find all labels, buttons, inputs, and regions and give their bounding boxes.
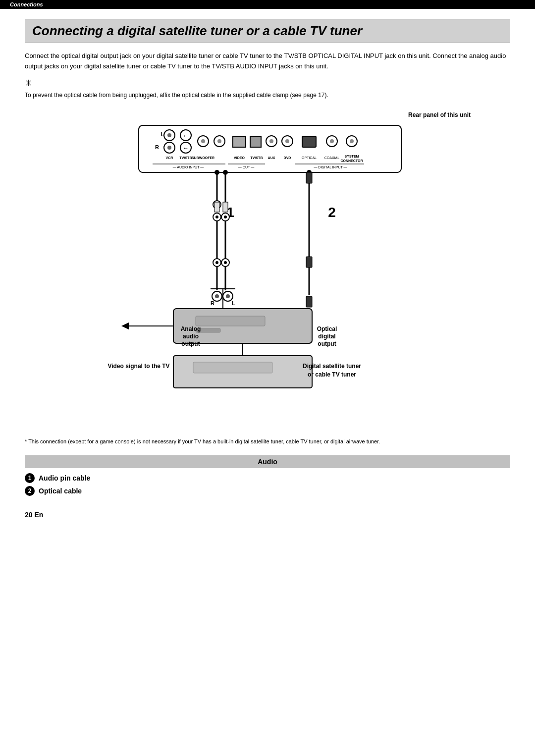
svg-text:Optical: Optical xyxy=(317,325,337,332)
tip-icon: ✳ xyxy=(25,78,510,89)
audio-section-header: Audio xyxy=(25,455,510,468)
svg-text:AUX: AUX xyxy=(268,156,275,160)
intro-paragraph: Connect the optical digital output jack … xyxy=(25,51,510,72)
svg-text:— OUT —: — OUT — xyxy=(238,165,255,169)
svg-text:Video signal to the TV: Video signal to the TV xyxy=(107,363,169,370)
svg-rect-54 xyxy=(223,202,228,212)
svg-text:TV/STB: TV/STB xyxy=(251,156,263,160)
svg-text:←: ← xyxy=(183,145,189,152)
page-title: Connecting a digital satellite tuner or … xyxy=(25,19,510,43)
svg-rect-21 xyxy=(302,136,316,147)
svg-text:output: output xyxy=(181,340,200,347)
svg-text:output: output xyxy=(318,340,336,347)
svg-text:2: 2 xyxy=(328,205,336,220)
svg-text:— DIGITAL INPUT —: — DIGITAL INPUT — xyxy=(314,165,347,169)
svg-text:SYSTEM: SYSTEM xyxy=(345,155,359,158)
svg-text:VIDEO: VIDEO xyxy=(234,156,245,160)
cable-item-1: 1 Audio pin cable xyxy=(25,473,510,483)
svg-text:R: R xyxy=(211,300,214,306)
cable-number-2: 2 xyxy=(25,486,35,496)
svg-point-23 xyxy=(330,139,334,143)
svg-text:L: L xyxy=(232,300,235,306)
svg-rect-91 xyxy=(193,362,272,373)
svg-point-51 xyxy=(215,216,218,218)
rear-panel-label: Rear panel of this unit xyxy=(408,111,471,118)
svg-point-3 xyxy=(167,133,171,137)
svg-text:or cable TV tuner: or cable TV tuner xyxy=(308,371,356,378)
svg-rect-66 xyxy=(306,257,312,268)
cable-list: 1 Audio pin cable 2 Optical cable xyxy=(25,473,510,496)
svg-text:Analog: Analog xyxy=(181,325,201,332)
svg-point-74 xyxy=(226,294,230,298)
svg-point-59 xyxy=(215,261,218,264)
breadcrumb: Connections xyxy=(0,0,535,9)
svg-point-14 xyxy=(217,139,221,143)
svg-point-25 xyxy=(350,139,354,143)
svg-rect-49 xyxy=(214,202,219,212)
connection-diagram: L ← R ← xyxy=(89,120,446,428)
svg-rect-15 xyxy=(233,136,246,147)
page-number: 20 En xyxy=(25,511,510,519)
svg-point-18 xyxy=(269,139,273,143)
svg-point-56 xyxy=(224,216,227,218)
svg-text:digital: digital xyxy=(318,333,335,340)
cable-number-1: 1 xyxy=(25,473,35,483)
svg-text:R: R xyxy=(155,144,159,150)
footnote: * This connection (except for a game con… xyxy=(25,437,510,446)
diagram-area: Rear panel of this unit L ← R ← xyxy=(25,111,510,428)
svg-marker-89 xyxy=(121,323,129,329)
svg-point-8 xyxy=(167,146,171,150)
svg-rect-68 xyxy=(196,316,265,326)
svg-rect-65 xyxy=(306,172,312,183)
svg-point-12 xyxy=(201,139,205,143)
svg-text:TV/STB: TV/STB xyxy=(180,156,192,160)
svg-text:←: ← xyxy=(183,132,189,139)
svg-text:COAXIAL: COAXIAL xyxy=(324,156,339,160)
svg-text:— AUDIO INPUT —: — AUDIO INPUT — xyxy=(173,165,204,169)
svg-text:audio: audio xyxy=(183,333,199,340)
tip-text: To prevent the optical cable from being … xyxy=(25,91,510,100)
svg-point-62 xyxy=(224,261,227,264)
svg-text:OPTICAL: OPTICAL xyxy=(302,156,317,160)
svg-text:VCR: VCR xyxy=(166,156,173,160)
svg-point-46 xyxy=(214,170,219,175)
svg-text:CONNECTOR: CONNECTOR xyxy=(341,159,363,162)
svg-text:DVD: DVD xyxy=(284,156,291,160)
cable-item-2: 2 Optical cable xyxy=(25,486,510,496)
svg-text:SUBWOOFER: SUBWOOFER xyxy=(192,156,214,160)
svg-point-53 xyxy=(223,170,228,175)
svg-rect-76 xyxy=(306,296,312,307)
svg-point-20 xyxy=(285,139,289,143)
svg-point-71 xyxy=(215,294,219,298)
svg-rect-16 xyxy=(250,136,261,147)
svg-text:Digital satellite tuner: Digital satellite tuner xyxy=(303,363,361,370)
